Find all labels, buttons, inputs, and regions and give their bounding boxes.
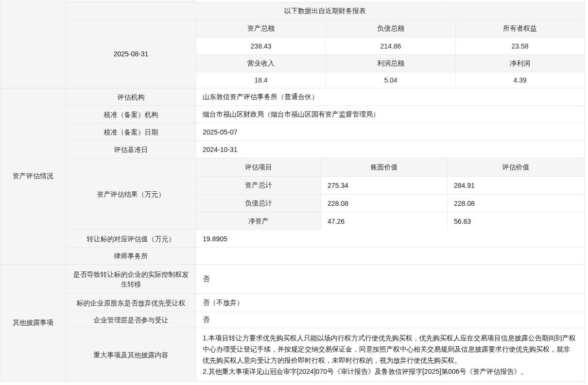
financial-note-text: 以下数据出自近期财务报表 <box>66 2 584 19</box>
table-row: 是否导致转让标的企业的实际控制权发生转移 否 <box>66 265 584 294</box>
transfer-assessed-value-label: 转让标的对应评估值（万元） <box>66 230 196 247</box>
approval-agency-value: 烟台市福山区财政局（烟台市福山区国有资产监督管理局） <box>196 106 584 123</box>
partial-value-cell <box>196 0 444 2</box>
header-operating-revenue: 营业收入 <box>196 55 326 72</box>
approval-date-value: 2025-05-07 <box>196 123 584 140</box>
table-row: 评估机构 山东敦信资产评估事务所（普通合伙） <box>66 88 584 106</box>
assessment-result-table: 评估项目 账面价值 评估价值 资产总计 275.34 284.91 负债总计 2… <box>196 158 584 230</box>
approval-agency-label: 核准（备案）机构 <box>66 106 196 123</box>
assessment-result-block: 资产评估结果（万元） 评估项目 账面价值 评估价值 资产总计 275.34 28… <box>66 158 584 230</box>
assessment-table-header-row: 评估项目 账面价值 评估价值 <box>196 158 584 177</box>
table-row: 评估基准日 2024-10-31 <box>66 141 584 158</box>
financial-header-row-1: 资产总额 负债总额 所有者权益 <box>196 20 584 37</box>
assessed-total-assets: 284.91 <box>448 177 584 194</box>
header-net-profit: 净利润 <box>456 55 584 72</box>
assessment-result-label: 资产评估结果（万元） <box>66 158 196 230</box>
value-operating-revenue: 18.4 <box>196 72 326 88</box>
table-row: 资产总计 275.34 284.91 <box>196 177 584 195</box>
value-total-assets: 238.43 <box>196 37 326 54</box>
assessment-base-date-value: 2024-10-31 <box>196 141 584 158</box>
partial-label-cell <box>66 0 196 2</box>
management-participation-label: 企业管理层是否参与受让 <box>66 312 196 328</box>
major-matters-content: 1.本项目转让方要求优先购买权人只能以场内行权方式行使优先购买权，优先购买权人应… <box>196 328 584 381</box>
sidebar-other-disclosures: 其他披露事项 <box>0 265 66 381</box>
waive-preemptive-right-label: 标的企业原股东是否放弃优先受让权 <box>66 294 196 312</box>
sidebar-cell-financial <box>0 0 66 88</box>
partial-extra-cell <box>444 0 584 2</box>
table-row: 净资产 47.26 56.83 <box>196 212 584 230</box>
sidebar-asset-assessment: 资产评估情况 <box>0 88 66 264</box>
value-total-liabilities: 214.86 <box>326 37 456 54</box>
table-row: 企业管理层是否参与受让 否 <box>66 312 584 328</box>
transfer-assessed-value: 19.8905 <box>196 230 584 247</box>
assessed-net-assets: 56.83 <box>448 212 584 230</box>
book-total-assets: 275.34 <box>321 177 448 194</box>
value-net-profit: 4.39 <box>456 72 584 88</box>
waive-preemptive-right-value: 否（不放弃） <box>196 294 584 312</box>
header-owners-equity: 所有者权益 <box>456 20 584 37</box>
financial-table: 资产总额 负债总额 所有者权益 238.43 214.86 23.58 营业收入… <box>196 20 584 88</box>
law-firm-label: 律师事务所 <box>66 248 196 264</box>
financial-note-row: 以下数据出自近期财务报表 <box>66 2 584 20</box>
table-row: 标的企业原股东是否放弃优先受让权 否（不放弃） <box>66 294 584 312</box>
law-firm-value <box>196 248 584 264</box>
major-matters-label: 重大事项及其他披露内容 <box>66 328 196 381</box>
table-row: 转让标的对应评估值（万元） 19.8905 <box>66 230 584 248</box>
report-date-cell: 2025-08-31 <box>66 20 196 88</box>
book-net-assets: 47.26 <box>321 212 448 230</box>
section-asset-assessment: 资产评估情况 评估机构 山东敦信资产评估事务所（普通合伙） 核准（备案）机构 烟… <box>0 88 584 265</box>
control-transfer-value: 否 <box>196 265 584 293</box>
section-other-disclosures: 其他披露事项 是否导致转让标的企业的实际控制权发生转移 否 标的企业原股东是否放… <box>0 265 584 381</box>
value-total-profit: 5.04 <box>326 72 456 88</box>
financial-value-row-2: 18.4 5.04 4.39 <box>196 72 584 88</box>
major-matters-line-2: 2.其他重大事项详见山冠会审字[2024]070号《审计报告》及鲁敦信评报字[2… <box>203 366 576 377</box>
item-total-assets: 资产总计 <box>196 177 321 194</box>
item-net-assets: 净资产 <box>196 212 321 230</box>
header-assessment-item: 评估项目 <box>196 158 321 176</box>
header-assessed-value: 评估价值 <box>448 158 584 176</box>
header-total-assets: 资产总额 <box>196 20 326 37</box>
assessment-agency-value: 山东敦信资产评估事务所（普通合伙） <box>196 88 584 105</box>
financial-header-row-2: 营业收入 利润总额 净利润 <box>196 55 584 72</box>
disclosure-table: 以下数据出自近期财务报表 2025-08-31 资产总额 负债总额 所有者权益 … <box>0 0 585 382</box>
table-row: 核准（备案）日期 2025-05-07 <box>66 123 584 141</box>
assessed-total-liabilities: 228.08 <box>448 195 584 212</box>
financial-data-block: 2025-08-31 资产总额 负债总额 所有者权益 238.43 214.86… <box>66 20 584 88</box>
approval-date-label: 核准（备案）日期 <box>66 123 196 140</box>
value-owners-equity: 23.58 <box>456 37 584 54</box>
assessment-agency-label: 评估机构 <box>66 88 196 105</box>
item-total-liabilities: 负债总计 <box>196 195 321 212</box>
header-total-liabilities: 负债总额 <box>326 20 456 37</box>
table-row: 负债总计 228.08 228.08 <box>196 195 584 212</box>
section-financial-summary: 以下数据出自近期财务报表 2025-08-31 资产总额 负债总额 所有者权益 … <box>0 0 584 88</box>
table-row: 律师事务所 <box>66 248 584 264</box>
table-row: 核准（备案）机构 烟台市福山区财政局（烟台市福山区国有资产监督管理局） <box>66 106 584 123</box>
assessment-base-date-label: 评估基准日 <box>66 141 196 158</box>
header-book-value: 账面价值 <box>321 158 448 176</box>
header-total-profit: 利润总额 <box>326 55 456 72</box>
financial-value-row-1: 238.43 214.86 23.58 <box>196 37 584 55</box>
major-matters-row: 重大事项及其他披露内容 1.本项目转让方要求优先购买权人只能以场内行权方式行使优… <box>66 328 584 381</box>
control-transfer-label: 是否导致转让标的企业的实际控制权发生转移 <box>66 265 196 293</box>
book-total-liabilities: 228.08 <box>321 195 448 212</box>
major-matters-line-1: 1.本项目转让方要求优先购买权人只能以场内行权方式行使优先购买权，优先购买权人应… <box>203 333 576 366</box>
management-participation-value: 否 <box>196 312 584 328</box>
